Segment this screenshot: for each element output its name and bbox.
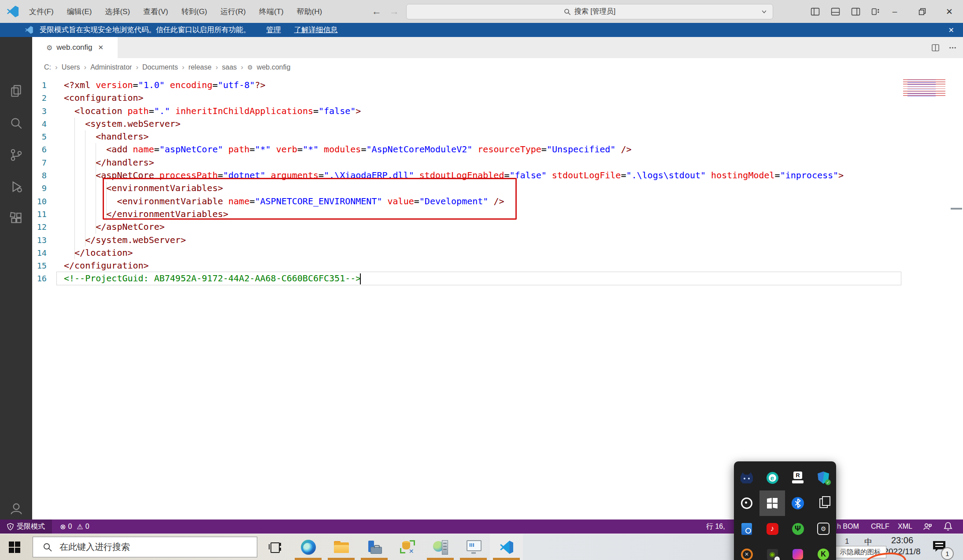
toggle-panel-icon[interactable] bbox=[831, 7, 840, 16]
breadcrumb-item-file[interactable]: web.config bbox=[257, 63, 291, 71]
status-item[interactable]: CRLF bbox=[871, 519, 889, 534]
steelseries-icon bbox=[741, 497, 752, 509]
code-text: </configuration> bbox=[64, 259, 149, 272]
tray-icon-r-key-app[interactable]: R bbox=[785, 465, 811, 490]
customize-layout-icon[interactable] bbox=[871, 7, 881, 16]
menu-item-1[interactable]: 编辑(E) bbox=[67, 7, 92, 17]
breadcrumb-item[interactable]: Administrator bbox=[90, 63, 132, 71]
code-line[interactable]: 15</configuration> bbox=[0, 259, 963, 272]
breadcrumb-item[interactable]: C: bbox=[44, 63, 51, 71]
tray-icon-eset[interactable]: e bbox=[759, 465, 785, 490]
code-line[interactable]: 3 <location path="." inheritInChildAppli… bbox=[0, 105, 963, 118]
tab-close-icon[interactable]: ✕ bbox=[98, 44, 104, 52]
more-actions-icon[interactable] bbox=[948, 44, 957, 52]
tray-icon-windows-app[interactable] bbox=[759, 490, 785, 516]
minimize-button[interactable]: – bbox=[881, 0, 908, 23]
status-item[interactable]: XML bbox=[898, 519, 912, 534]
tray-icon-youdao-dict[interactable] bbox=[734, 516, 759, 542]
split-editor-icon[interactable] bbox=[931, 44, 940, 52]
taskbar-icon-sql-tools[interactable]: ✕ bbox=[391, 534, 424, 560]
tray-icon-sandboxie[interactable]: ✕ bbox=[734, 542, 759, 560]
account-button[interactable] bbox=[0, 497, 32, 520]
menu-item-7[interactable]: 帮助(H) bbox=[297, 7, 322, 17]
menu-item-0[interactable]: 文件(F) bbox=[29, 7, 54, 17]
config-file-icon: ⚙ bbox=[247, 64, 253, 71]
breadcrumb-separator: › bbox=[241, 63, 244, 72]
taskbar-icon-resource-monitor[interactable] bbox=[457, 534, 490, 560]
menu-item-4[interactable]: 转到(G) bbox=[181, 7, 207, 17]
breadcrumb-item[interactable]: Users bbox=[62, 63, 80, 71]
close-button[interactable]: ✕ bbox=[936, 0, 963, 23]
minimap[interactable] bbox=[903, 79, 945, 98]
tray-icon-clipboard-copy[interactable] bbox=[811, 490, 836, 516]
code-line[interactable]: 16<!--ProjectGuid: AB74952A-9172-44A2-AA… bbox=[0, 272, 963, 285]
account-icon bbox=[9, 501, 24, 516]
problems-status[interactable]: ⊗ 0 ⚠ 0 bbox=[60, 519, 89, 534]
code-line[interactable]: 7 </handlers> bbox=[0, 156, 963, 169]
tray-icon-netease-music[interactable]: ♪ bbox=[759, 516, 785, 542]
sql-tools-icon: ✕ bbox=[400, 540, 415, 554]
red-annotation-box bbox=[103, 178, 517, 220]
warning-count: 0 bbox=[85, 523, 89, 531]
learn-more-link[interactable]: 了解详细信息 bbox=[294, 25, 338, 35]
server-toolbox-icon bbox=[367, 541, 382, 554]
toggle-secondary-sidebar-icon[interactable] bbox=[851, 7, 860, 16]
vscode-logo-icon bbox=[6, 5, 19, 18]
menu-item-5[interactable]: 运行(R) bbox=[220, 7, 246, 17]
tray-icon-settings-app[interactable]: ⚙ bbox=[811, 516, 836, 542]
cursor-position-status[interactable]: 行 16, bbox=[706, 519, 725, 534]
nav-forward-button[interactable]: → bbox=[389, 0, 399, 23]
breadcrumb-item[interactable]: release bbox=[189, 63, 211, 71]
breadcrumb-item[interactable]: Documents bbox=[142, 63, 178, 71]
line-number: 9 bbox=[0, 182, 56, 195]
status-item[interactable]: h BOM bbox=[837, 519, 859, 534]
taskbar-search-input[interactable]: 在此键入进行搜索 bbox=[33, 537, 257, 557]
taskbar-icon-task-view[interactable] bbox=[259, 534, 292, 560]
breadcrumb-separator: › bbox=[182, 63, 185, 72]
tray-icon-cat-app[interactable] bbox=[734, 465, 759, 490]
code-line[interactable]: 5 <handlers> bbox=[0, 130, 963, 143]
breadcrumb: C:›Users›Administrator›Documents›release… bbox=[32, 58, 963, 77]
code-line[interactable]: 2<configuration> bbox=[0, 92, 963, 104]
chevron-down-icon[interactable] bbox=[761, 8, 767, 15]
line-number: 15 bbox=[0, 259, 56, 272]
tray-icon-razer[interactable]: Ψ bbox=[785, 516, 811, 542]
tray-icon-bluetooth[interactable] bbox=[785, 490, 811, 516]
line-number: 7 bbox=[0, 156, 56, 169]
breadcrumb-item[interactable]: saas bbox=[222, 63, 237, 71]
toggle-sidebar-icon[interactable] bbox=[811, 7, 820, 16]
cat-app-icon bbox=[741, 472, 753, 483]
code-line[interactable]: 6 <add name="aspNetCore" path="*" verb="… bbox=[0, 143, 963, 156]
tray-icon-windows-defender[interactable]: ✓ bbox=[811, 465, 836, 490]
code-line[interactable]: 4 <system.webServer> bbox=[0, 118, 963, 130]
code-line[interactable]: 13 </system.webServer> bbox=[0, 234, 963, 247]
taskbar-icon-vscode[interactable] bbox=[490, 534, 523, 560]
code-line[interactable]: 1<?xml version="1.0" encoding="utf-8"?> bbox=[0, 79, 963, 92]
banner-close-icon[interactable]: ✕ bbox=[948, 23, 954, 37]
menu-item-2[interactable]: 选择(S) bbox=[105, 7, 130, 17]
restricted-mode-status[interactable]: 受限模式 bbox=[0, 519, 52, 534]
start-button[interactable] bbox=[9, 542, 20, 553]
tray-icon-nvidia[interactable]: ◉ bbox=[759, 542, 785, 560]
feedback-status[interactable] bbox=[922, 519, 932, 534]
nav-back-button[interactable]: ← bbox=[372, 0, 381, 23]
taskbar-icon-edge[interactable] bbox=[292, 534, 325, 560]
code-line[interactable]: 14 </location> bbox=[0, 247, 963, 259]
tray-icon-k-app[interactable]: K bbox=[811, 542, 836, 560]
taskbar-icon-iis-server[interactable] bbox=[424, 534, 457, 560]
tray-icon-design-cube[interactable] bbox=[785, 542, 811, 560]
restore-button[interactable] bbox=[908, 0, 936, 23]
command-search-box[interactable]: 搜索 [管理员] bbox=[406, 4, 773, 19]
taskbar-icon-file-explorer[interactable] bbox=[325, 534, 358, 560]
resource-monitor-icon bbox=[466, 540, 481, 554]
taskbar-icon-server-toolbox[interactable] bbox=[358, 534, 391, 560]
menu-item-3[interactable]: 查看(V) bbox=[143, 7, 168, 17]
notifications-status[interactable] bbox=[944, 519, 952, 534]
code-line[interactable]: 12 </aspNetCore> bbox=[0, 221, 963, 233]
tray-icon-steelseries[interactable] bbox=[734, 490, 759, 516]
menu-item-6[interactable]: 终端(T) bbox=[259, 7, 284, 17]
manage-link[interactable]: 管理 bbox=[267, 25, 281, 35]
editor-actions bbox=[931, 37, 957, 58]
config-file-icon: ⚙ bbox=[46, 44, 52, 52]
tab-web-config[interactable]: ⚙ web.config ✕ bbox=[32, 37, 118, 58]
